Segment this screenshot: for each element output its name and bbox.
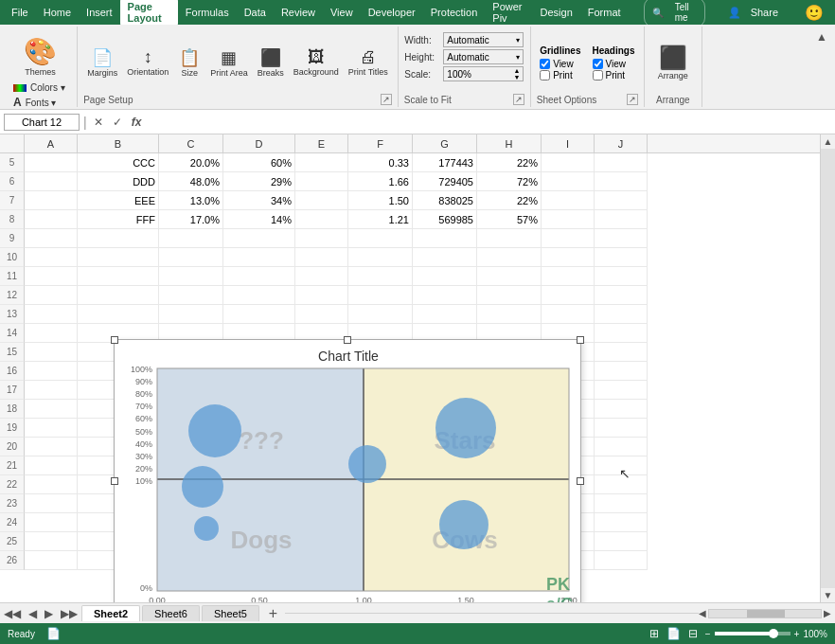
cell-c11[interactable] [159,267,223,286]
cell-a22[interactable] [25,475,78,494]
menu-format[interactable]: Format [580,5,629,20]
cell-j10[interactable] [595,248,648,267]
headings-print-checkbox[interactable] [593,70,603,80]
col-header-a[interactable]: A [25,134,78,152]
vertical-scrollbar[interactable]: ▲ ▼ [820,134,835,602]
cell-f11[interactable] [348,267,413,286]
ribbon-collapse-arrow[interactable]: ▲ [812,27,831,47]
cell-j9[interactable] [595,229,648,248]
page-layout-view-icon[interactable]: 📄 [666,627,681,640]
formula-input[interactable] [148,115,831,130]
cell-e10[interactable] [295,248,348,267]
menu-protection[interactable]: Protection [423,5,486,20]
page-break-view-icon[interactable]: ⊟ [688,627,698,640]
cell-a7[interactable] [25,191,78,210]
chart-handle-ml[interactable] [111,477,118,485]
cell-j20[interactable] [595,438,648,456]
h-scroll-right[interactable]: ▶ [824,608,831,618]
cell-i10[interactable] [542,248,595,267]
cell-a20[interactable] [25,438,78,456]
headings-view[interactable]: View [593,59,635,69]
sheet-add-button[interactable]: + [261,605,285,622]
cell-e5[interactable] [295,153,348,172]
fonts-button[interactable]: A Fonts ▾ [9,95,71,110]
cell-j16[interactable] [595,362,648,381]
cell-g13[interactable] [413,305,477,324]
tell-me-input[interactable]: 🔍 Tell me [644,0,705,27]
cell-i5[interactable] [542,153,595,172]
sheet-nav-left[interactable]: ◀◀ [0,607,25,620]
menu-insert[interactable]: Insert [79,5,120,20]
chart-container[interactable]: Chart Title 100% 90% [114,339,581,602]
cell-h9[interactable] [477,229,542,248]
print-titles-button[interactable]: 🖨 Print Titles [345,45,392,80]
cell-g12[interactable] [413,286,477,305]
cell-a23[interactable] [25,494,78,513]
cell-a16[interactable] [25,362,78,381]
size-button[interactable]: 📋 Size [174,45,204,80]
cell-g11[interactable] [413,267,477,286]
cell-h6[interactable]: 72% [477,172,542,191]
cell-g6[interactable]: 729405 [413,172,477,191]
cell-f7[interactable]: 1.50 [348,191,413,210]
cell-h11[interactable] [477,267,542,286]
sheet-nav-right[interactable]: ▶▶ [57,607,81,620]
col-header-i[interactable]: I [542,134,595,152]
cell-a25[interactable] [25,532,78,551]
cell-g10[interactable] [413,248,477,267]
cell-d10[interactable] [223,248,295,267]
cell-i9[interactable] [542,229,595,248]
sheet-nav-next[interactable]: ▶ [41,607,57,620]
chart-handle-tl[interactable] [111,336,118,344]
cell-j25[interactable] [595,532,648,551]
cell-e6[interactable] [295,172,348,191]
cell-i13[interactable] [542,305,595,324]
cell-b9[interactable] [78,229,159,248]
cell-d6[interactable]: 29% [223,172,295,191]
margins-button[interactable]: 📄 Margins [83,45,121,80]
cell-j6[interactable] [595,172,648,191]
cell-i8[interactable] [542,210,595,229]
col-header-g[interactable]: G [413,134,477,152]
cell-e13[interactable] [295,305,348,324]
col-header-f[interactable]: F [348,134,413,152]
cell-c9[interactable] [159,229,223,248]
background-button[interactable]: 🖼 Background [290,45,343,80]
menu-home[interactable]: Home [36,5,79,20]
col-header-h[interactable]: H [477,134,542,152]
cell-a14[interactable] [25,324,78,343]
cell-j8[interactable] [595,210,648,229]
height-input[interactable]: Automatic ▾ [443,49,524,64]
menu-formulas[interactable]: Formulas [178,5,237,20]
cell-g9[interactable] [413,229,477,248]
print-area-button[interactable]: ▦ Print Area [206,45,252,80]
cell-c13[interactable] [159,305,223,324]
scroll-down-button[interactable]: ▼ [822,588,835,602]
cell-h10[interactable] [477,248,542,267]
cell-b13[interactable] [78,305,159,324]
sheet-tab-sheet6[interactable]: Sheet6 [142,605,200,621]
cell-c7[interactable]: 13.0% [159,191,223,210]
col-header-b[interactable]: B [78,134,159,152]
cell-d11[interactable] [223,267,295,286]
cell-j18[interactable] [595,400,648,419]
cell-b6[interactable]: DDD [78,172,159,191]
headings-print[interactable]: Print [593,70,635,80]
cell-a12[interactable] [25,286,78,305]
cell-j21[interactable] [595,456,648,475]
scroll-track[interactable] [821,149,835,588]
cell-h8[interactable]: 57% [477,210,542,229]
cell-j26[interactable] [595,551,648,570]
cell-d8[interactable]: 14% [223,210,295,229]
sheet-options-dialog-launcher[interactable]: ↗ [627,94,638,105]
scale-dialog-launcher[interactable]: ↗ [513,94,524,105]
cell-c10[interactable] [159,248,223,267]
cell-a24[interactable] [25,513,78,532]
cell-f8[interactable]: 1.21 [348,210,413,229]
cell-b8[interactable]: FFF [78,210,159,229]
menu-view[interactable]: View [323,5,361,20]
confirm-icon[interactable]: ✓ [110,115,125,130]
cell-a19[interactable] [25,419,78,438]
cell-a5[interactable] [25,153,78,172]
cell-j23[interactable] [595,494,648,513]
